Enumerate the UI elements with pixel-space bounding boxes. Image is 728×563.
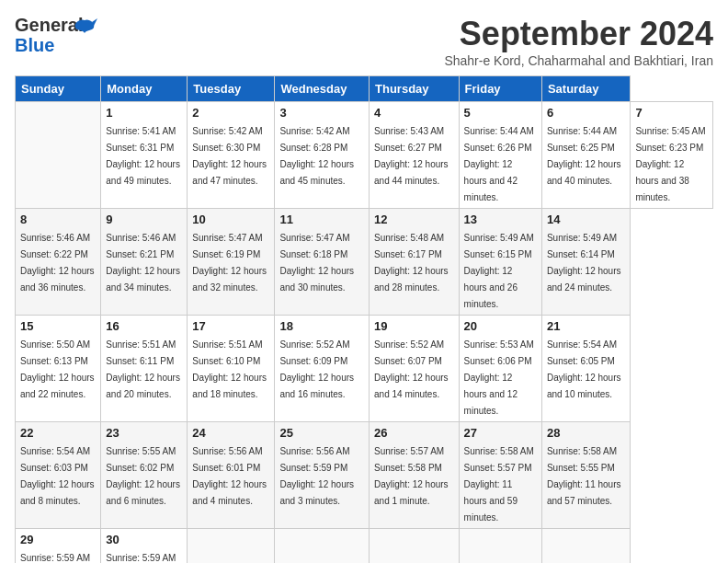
calendar-cell: 25Sunrise: 5:56 AMSunset: 5:59 PMDayligh… bbox=[275, 422, 370, 529]
calendar-week-row: 22Sunrise: 5:54 AMSunset: 6:03 PMDayligh… bbox=[16, 422, 713, 529]
calendar-cell: 5Sunrise: 5:44 AMSunset: 6:26 PMDaylight… bbox=[459, 102, 541, 209]
calendar-cell: 14Sunrise: 5:49 AMSunset: 6:14 PMDayligh… bbox=[541, 209, 631, 316]
day-number: 22 bbox=[20, 426, 96, 440]
day-number: 29 bbox=[20, 533, 96, 546]
day-number: 18 bbox=[279, 319, 364, 333]
calendar-cell: 30Sunrise: 5:59 AMSunset: 5:53 PMDayligh… bbox=[101, 529, 188, 564]
calendar-cell: 23Sunrise: 5:55 AMSunset: 6:02 PMDayligh… bbox=[101, 422, 188, 529]
calendar-cell: 24Sunrise: 5:56 AMSunset: 6:01 PMDayligh… bbox=[188, 422, 275, 529]
day-number: 7 bbox=[635, 106, 708, 120]
day-info: Sunrise: 5:52 AMSunset: 6:07 PMDaylight:… bbox=[374, 339, 449, 399]
day-info: Sunrise: 5:57 AMSunset: 5:58 PMDaylight:… bbox=[374, 446, 449, 506]
day-info: Sunrise: 5:42 AMSunset: 6:28 PMDaylight:… bbox=[279, 126, 354, 186]
month-title: September 2024 bbox=[444, 15, 713, 53]
day-number: 15 bbox=[20, 319, 96, 333]
day-number: 26 bbox=[374, 426, 454, 440]
day-info: Sunrise: 5:58 AMSunset: 5:57 PMDaylight:… bbox=[464, 446, 534, 523]
calendar-cell: 29Sunrise: 5:59 AMSunset: 5:54 PMDayligh… bbox=[16, 529, 101, 564]
day-number: 6 bbox=[547, 106, 626, 120]
day-of-week-header: Monday bbox=[101, 76, 188, 102]
calendar-table: SundayMondayTuesdayWednesdayThursdayFrid… bbox=[15, 75, 713, 563]
day-of-week-header: Wednesday bbox=[275, 76, 370, 102]
calendar-cell: 8Sunrise: 5:46 AMSunset: 6:22 PMDaylight… bbox=[16, 209, 101, 316]
day-info: Sunrise: 5:46 AMSunset: 6:21 PMDaylight:… bbox=[106, 233, 180, 293]
day-number: 11 bbox=[279, 213, 364, 226]
day-info: Sunrise: 5:43 AMSunset: 6:27 PMDaylight:… bbox=[374, 126, 449, 186]
calendar-cell: 13Sunrise: 5:49 AMSunset: 6:15 PMDayligh… bbox=[459, 209, 541, 316]
day-number: 13 bbox=[464, 213, 537, 226]
calendar-cell bbox=[459, 529, 541, 564]
calendar-week-row: 29Sunrise: 5:59 AMSunset: 5:54 PMDayligh… bbox=[16, 529, 713, 564]
day-info: Sunrise: 5:44 AMSunset: 6:26 PMDaylight:… bbox=[464, 126, 534, 202]
calendar-week-row: 15Sunrise: 5:50 AMSunset: 6:13 PMDayligh… bbox=[16, 316, 713, 422]
day-of-week-header: Thursday bbox=[370, 76, 460, 102]
day-of-week-header: Tuesday bbox=[188, 76, 275, 102]
logo-bird-icon bbox=[72, 17, 97, 42]
calendar-cell: 9Sunrise: 5:46 AMSunset: 6:21 PMDaylight… bbox=[101, 209, 188, 316]
day-info: Sunrise: 5:59 AMSunset: 5:53 PMDaylight:… bbox=[106, 553, 180, 563]
day-number: 8 bbox=[20, 213, 96, 226]
day-info: Sunrise: 5:55 AMSunset: 6:02 PMDaylight:… bbox=[106, 446, 180, 506]
day-info: Sunrise: 5:41 AMSunset: 6:31 PMDaylight:… bbox=[106, 126, 180, 186]
day-info: Sunrise: 5:47 AMSunset: 6:18 PMDaylight:… bbox=[279, 233, 354, 293]
day-number: 23 bbox=[106, 426, 182, 440]
day-of-week-header: Sunday bbox=[16, 76, 101, 102]
calendar-cell bbox=[541, 529, 631, 564]
day-info: Sunrise: 5:52 AMSunset: 6:09 PMDaylight:… bbox=[279, 339, 354, 399]
day-info: Sunrise: 5:50 AMSunset: 6:13 PMDaylight:… bbox=[20, 339, 95, 399]
day-number: 3 bbox=[279, 106, 364, 120]
day-number: 10 bbox=[192, 213, 269, 226]
day-info: Sunrise: 5:59 AMSunset: 5:54 PMDaylight:… bbox=[20, 553, 95, 563]
calendar-cell: 20Sunrise: 5:53 AMSunset: 6:06 PMDayligh… bbox=[459, 316, 541, 422]
calendar-cell: 18Sunrise: 5:52 AMSunset: 6:09 PMDayligh… bbox=[275, 316, 370, 422]
day-info: Sunrise: 5:49 AMSunset: 6:15 PMDaylight:… bbox=[464, 233, 534, 309]
day-number: 14 bbox=[547, 213, 626, 226]
calendar-cell: 2Sunrise: 5:42 AMSunset: 6:30 PMDaylight… bbox=[188, 102, 275, 209]
day-info: Sunrise: 5:51 AMSunset: 6:11 PMDaylight:… bbox=[106, 339, 180, 399]
day-number: 12 bbox=[374, 213, 454, 226]
calendar-cell bbox=[370, 529, 460, 564]
day-number: 4 bbox=[374, 106, 454, 120]
day-info: Sunrise: 5:42 AMSunset: 6:30 PMDaylight:… bbox=[192, 126, 267, 186]
day-info: Sunrise: 5:53 AMSunset: 6:06 PMDaylight:… bbox=[464, 339, 534, 416]
day-info: Sunrise: 5:47 AMSunset: 6:19 PMDaylight:… bbox=[192, 233, 267, 293]
calendar-header-row: SundayMondayTuesdayWednesdayThursdayFrid… bbox=[16, 76, 713, 102]
day-info: Sunrise: 5:44 AMSunset: 6:25 PMDaylight:… bbox=[547, 126, 621, 186]
day-of-week-header: Saturday bbox=[541, 76, 631, 102]
calendar-cell bbox=[275, 529, 370, 564]
title-area: September 2024 Shahr-e Kord, Chaharmahal… bbox=[444, 15, 713, 68]
day-info: Sunrise: 5:49 AMSunset: 6:14 PMDaylight:… bbox=[547, 233, 621, 293]
day-info: Sunrise: 5:54 AMSunset: 6:03 PMDaylight:… bbox=[20, 446, 95, 506]
day-number: 16 bbox=[106, 319, 182, 333]
day-number: 1 bbox=[106, 106, 182, 120]
day-number: 19 bbox=[374, 319, 454, 333]
calendar-body: 1Sunrise: 5:41 AMSunset: 6:31 PMDaylight… bbox=[16, 102, 713, 564]
day-number: 28 bbox=[547, 426, 626, 440]
calendar-cell: 22Sunrise: 5:54 AMSunset: 6:03 PMDayligh… bbox=[16, 422, 101, 529]
day-info: Sunrise: 5:48 AMSunset: 6:17 PMDaylight:… bbox=[374, 233, 449, 293]
calendar-cell: 16Sunrise: 5:51 AMSunset: 6:11 PMDayligh… bbox=[101, 316, 188, 422]
day-number: 9 bbox=[106, 213, 182, 226]
calendar-cell: 19Sunrise: 5:52 AMSunset: 6:07 PMDayligh… bbox=[370, 316, 460, 422]
day-info: Sunrise: 5:54 AMSunset: 6:05 PMDaylight:… bbox=[547, 339, 621, 399]
calendar-week-row: 8Sunrise: 5:46 AMSunset: 6:22 PMDaylight… bbox=[16, 209, 713, 316]
day-number: 27 bbox=[464, 426, 537, 440]
day-of-week-header: Friday bbox=[459, 76, 541, 102]
day-number: 24 bbox=[192, 426, 269, 440]
calendar-cell: 3Sunrise: 5:42 AMSunset: 6:28 PMDaylight… bbox=[275, 102, 370, 209]
day-info: Sunrise: 5:45 AMSunset: 6:23 PMDaylight:… bbox=[635, 126, 705, 202]
day-info: Sunrise: 5:56 AMSunset: 5:59 PMDaylight:… bbox=[279, 446, 354, 506]
calendar-cell: 28Sunrise: 5:58 AMSunset: 5:55 PMDayligh… bbox=[541, 422, 631, 529]
day-info: Sunrise: 5:51 AMSunset: 6:10 PMDaylight:… bbox=[192, 339, 267, 399]
day-number: 2 bbox=[192, 106, 269, 120]
calendar-cell: 12Sunrise: 5:48 AMSunset: 6:17 PMDayligh… bbox=[370, 209, 460, 316]
day-info: Sunrise: 5:46 AMSunset: 6:22 PMDaylight:… bbox=[20, 233, 95, 293]
calendar-cell: 7Sunrise: 5:45 AMSunset: 6:23 PMDaylight… bbox=[631, 102, 713, 209]
calendar-cell: 17Sunrise: 5:51 AMSunset: 6:10 PMDayligh… bbox=[188, 316, 275, 422]
calendar-cell: 15Sunrise: 5:50 AMSunset: 6:13 PMDayligh… bbox=[16, 316, 101, 422]
logo: General Blue bbox=[15, 15, 97, 65]
calendar-week-row: 1Sunrise: 5:41 AMSunset: 6:31 PMDaylight… bbox=[16, 102, 713, 209]
header: General Blue September 2024 Shahr-e Kord… bbox=[15, 15, 713, 68]
day-info: Sunrise: 5:58 AMSunset: 5:55 PMDaylight:… bbox=[547, 446, 621, 506]
day-number: 17 bbox=[192, 319, 269, 333]
